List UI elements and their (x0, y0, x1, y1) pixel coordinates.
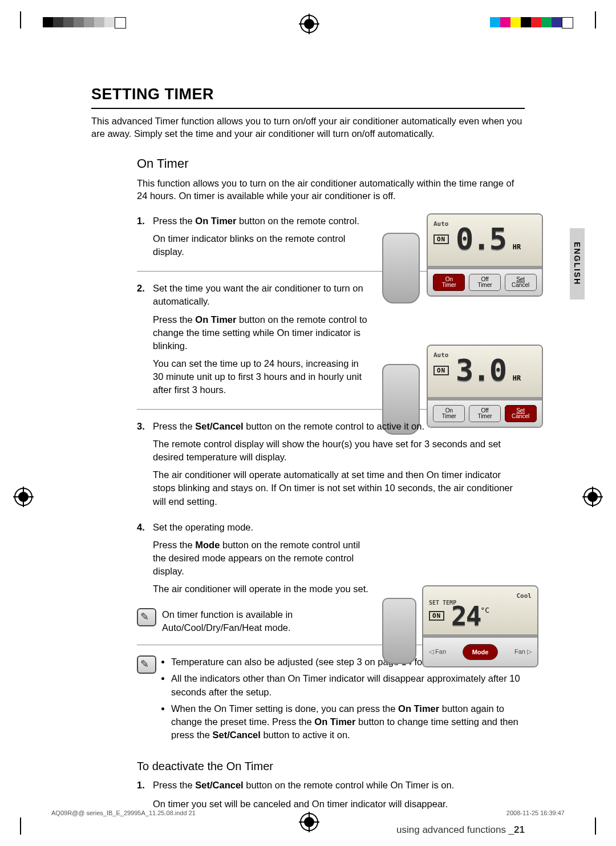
set-cancel-button[interactable]: SetCancel (505, 405, 537, 422)
step-3: 3.Press the Set/Cancel button on the rem… (137, 420, 525, 508)
fan-left-label: ◁ Fan (429, 648, 446, 655)
note-bullet: All the indicators other than On Timer i… (171, 672, 525, 698)
step-1: 1.Press the On Timer button on the remot… (137, 214, 525, 258)
note-icon (137, 655, 156, 674)
deg-c-label: °C (480, 606, 489, 614)
page-content: SETTING TIMER This advanced Timer functi… (91, 86, 525, 836)
remote-icon (382, 598, 416, 664)
deactivate-step: 1. Press the Set/Cancel button on the re… (137, 779, 525, 811)
color-bar (490, 17, 573, 27)
on-timer-button[interactable]: OnTimer (433, 405, 465, 422)
step-2: 2.Set the time you want the air conditio… (137, 282, 525, 396)
language-tab: ENGLISH (570, 228, 585, 299)
fan-right-label: Fan ▷ (514, 648, 532, 655)
note-bullets: Temperature can also be adjusted (see st… (162, 655, 525, 745)
mode-button[interactable]: Mode (463, 644, 498, 660)
note-icon (137, 608, 156, 626)
registration-mark-icon (300, 15, 318, 33)
sub-description: This function allows you to turn on the … (137, 177, 525, 203)
deactivate-heading: To deactivate the On Timer (137, 760, 525, 773)
registration-mark-icon (583, 488, 602, 506)
step-4: 4.Set the operating mode.Press the Mode … (137, 521, 525, 596)
note-additional: Temperature can also be adjusted (see st… (137, 655, 525, 745)
off-timer-button[interactable]: OffTimer (469, 405, 501, 422)
on-indicator: ON (429, 611, 444, 621)
note-text: On timer function is available in Auto/C… (162, 608, 367, 634)
crop-marks-bottom (20, 817, 596, 835)
set-temp-label: SET TEMP (429, 600, 532, 606)
print-file: AQ09R@@ series_IB_E_29995A_11.25.08.indd… (51, 809, 196, 816)
page-title: SETTING TIMER (91, 86, 525, 109)
print-footer: AQ09R@@ series_IB_E_29995A_11.25.08.indd… (51, 809, 565, 816)
note-bullet: When the On Timer setting is done, you c… (171, 702, 525, 742)
print-timestamp: 2008-11-25 16:39:47 (506, 809, 565, 816)
subheading: On Timer (137, 156, 525, 171)
display-value: 24 (451, 606, 480, 627)
intro-text: This advanced Timer function allows you … (91, 115, 525, 140)
registration-mark-icon (14, 488, 33, 506)
grayscale-bar (43, 17, 126, 27)
deactivate-body: On timer you set will be canceled and On… (153, 798, 525, 811)
